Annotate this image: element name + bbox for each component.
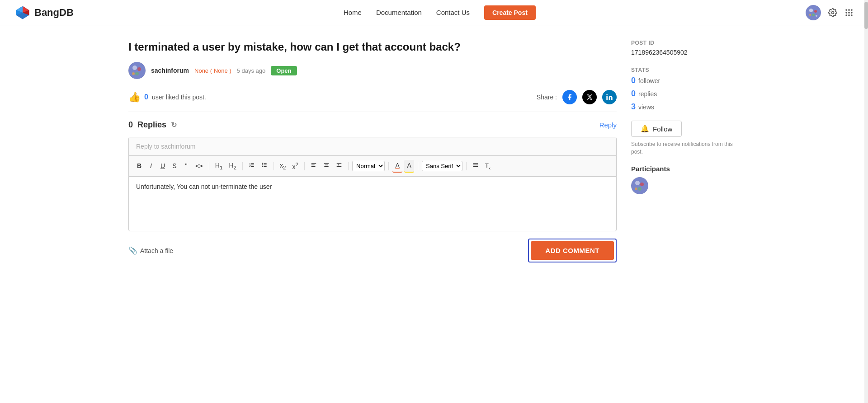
svg-point-10 bbox=[816, 15, 817, 17]
post-id-label: Post ID bbox=[631, 40, 740, 46]
toolbar-align-left[interactable] bbox=[308, 160, 319, 172]
attach-label: Attach a file bbox=[140, 247, 173, 254]
views-count: 3 bbox=[631, 102, 636, 112]
post-meta: sachinforum None ( None ) 5 days ago Ope… bbox=[128, 62, 617, 79]
toolbar-separator-7 bbox=[418, 162, 418, 170]
follower-count: 0 bbox=[631, 76, 636, 85]
main-content: I terminated a user by mistake, how can … bbox=[128, 40, 617, 262]
toolbar-indent[interactable] bbox=[334, 160, 344, 172]
replies-title: 0 Replies ↻ bbox=[128, 120, 177, 130]
stats-label: Stats bbox=[631, 67, 740, 73]
header-icons bbox=[806, 5, 854, 20]
replies-label: Replies bbox=[137, 120, 166, 130]
svg-point-22 bbox=[132, 66, 137, 70]
toolbar-ordered-list[interactable] bbox=[246, 160, 257, 172]
toolbar-font-color[interactable]: A bbox=[392, 160, 402, 173]
like-icon[interactable]: 👍 bbox=[128, 91, 141, 103]
follow-plus-icon: 🔔 bbox=[641, 125, 649, 133]
share-facebook-icon[interactable] bbox=[562, 90, 577, 104]
svg-point-6 bbox=[809, 9, 813, 12]
editor-container: Reply to sachinforum B I U S " <> H1 H2 bbox=[128, 137, 617, 231]
toolbar-clear-format[interactable]: Tx bbox=[483, 160, 493, 172]
post-time: 5 days ago bbox=[237, 67, 266, 74]
settings-icon[interactable] bbox=[828, 8, 837, 17]
toolbar-separator-8 bbox=[466, 162, 467, 170]
svg-point-7 bbox=[814, 10, 817, 13]
refresh-icon[interactable]: ↻ bbox=[171, 121, 177, 129]
share-linkedin-icon[interactable] bbox=[602, 90, 617, 104]
toolbar-separator-1 bbox=[209, 162, 209, 170]
replies-count: 0 bbox=[128, 120, 133, 130]
svg-point-27 bbox=[606, 94, 608, 96]
add-comment-button[interactable]: ADD COMMENT bbox=[531, 241, 614, 260]
svg-point-11 bbox=[832, 11, 834, 14]
svg-point-50 bbox=[635, 181, 640, 185]
follow-note: Subscribe to receive notifications from … bbox=[631, 141, 740, 156]
toolbar-text-align[interactable] bbox=[470, 160, 481, 172]
svg-rect-16 bbox=[848, 12, 849, 13]
toolbar-superscript[interactable]: x2 bbox=[290, 159, 301, 173]
svg-point-9 bbox=[809, 14, 811, 16]
post-author-avatar bbox=[128, 62, 146, 79]
sidebar-participants-section: Participants bbox=[631, 165, 740, 194]
post-actions-row: 👍 0 user liked this post. Share : bbox=[128, 90, 617, 112]
svg-point-51 bbox=[640, 183, 644, 186]
toolbar-italic[interactable]: I bbox=[146, 160, 156, 172]
svg-point-21 bbox=[128, 62, 146, 79]
svg-point-35 bbox=[262, 164, 263, 165]
svg-point-25 bbox=[132, 72, 135, 75]
toolbar-h1[interactable]: H1 bbox=[213, 160, 225, 173]
svg-rect-14 bbox=[851, 9, 852, 10]
toolbar-underline[interactable]: U bbox=[158, 160, 168, 172]
follow-button[interactable]: 🔔 Follow bbox=[631, 121, 682, 137]
stat-replies: 0 replies bbox=[631, 89, 740, 98]
toolbar-h2[interactable]: H2 bbox=[226, 160, 239, 173]
toolbar-unordered-list[interactable] bbox=[259, 160, 270, 172]
scrollbar-thumb[interactable] bbox=[864, 2, 868, 29]
paperclip-icon: 📎 bbox=[128, 246, 137, 255]
svg-rect-15 bbox=[846, 12, 847, 13]
svg-rect-17 bbox=[851, 12, 852, 13]
toolbar-bold[interactable]: B bbox=[134, 160, 144, 172]
add-comment-wrapper: ADD COMMENT bbox=[528, 239, 617, 262]
toolbar-code[interactable]: <> bbox=[193, 160, 205, 172]
svg-point-36 bbox=[262, 166, 263, 167]
toolbar-align-center[interactable] bbox=[321, 160, 332, 172]
post-category: None ( None ) bbox=[194, 67, 231, 74]
nav-documentation[interactable]: Documentation bbox=[376, 9, 422, 16]
svg-point-49 bbox=[631, 177, 648, 194]
participant-avatar bbox=[631, 177, 648, 194]
post-author-name: sachinforum bbox=[151, 67, 189, 74]
share-section: Share : bbox=[537, 90, 617, 104]
avatar[interactable] bbox=[806, 5, 821, 20]
share-x-icon[interactable] bbox=[582, 90, 597, 104]
follower-label: follower bbox=[638, 77, 660, 84]
svg-rect-12 bbox=[846, 9, 847, 10]
svg-point-24 bbox=[135, 72, 139, 75]
toolbar-bg-color[interactable]: A bbox=[404, 160, 414, 173]
toolbar-subscript[interactable]: x2 bbox=[278, 160, 288, 173]
svg-point-34 bbox=[262, 163, 263, 164]
toolbar-blockquote[interactable]: " bbox=[181, 160, 191, 172]
editor-reply-placeholder[interactable]: Reply to sachinforum bbox=[129, 137, 616, 156]
apps-grid-icon[interactable] bbox=[844, 8, 854, 17]
editor-body[interactable]: Unfortunately, You can not un-terminate … bbox=[129, 177, 616, 231]
attach-file-link[interactable]: 📎 Attach a file bbox=[128, 246, 173, 255]
editor-toolbar: B I U S " <> H1 H2 x2 x2 bbox=[129, 156, 616, 177]
replies-stat-label: replies bbox=[638, 90, 657, 98]
svg-point-52 bbox=[638, 187, 642, 191]
toolbar-strikethrough[interactable]: S bbox=[170, 160, 179, 172]
nav-home[interactable]: Home bbox=[344, 9, 362, 16]
nav-contact-us[interactable]: Contact Us bbox=[436, 9, 470, 16]
stat-views: 3 views bbox=[631, 102, 740, 112]
views-label: views bbox=[638, 103, 654, 111]
reply-button[interactable]: Reply bbox=[599, 121, 617, 129]
toolbar-normal-select[interactable]: Normal bbox=[352, 161, 385, 171]
create-post-button[interactable]: Create Post bbox=[484, 5, 536, 20]
scrollbar[interactable] bbox=[864, 0, 868, 277]
toolbar-font-select[interactable]: Sans Serif bbox=[422, 161, 462, 171]
post-id-value: 1718962364505902 bbox=[631, 49, 740, 56]
like-count: 0 bbox=[144, 93, 148, 101]
stat-follower: 0 follower bbox=[631, 76, 740, 85]
editor-footer: 📎 Attach a file ADD COMMENT bbox=[128, 239, 617, 262]
